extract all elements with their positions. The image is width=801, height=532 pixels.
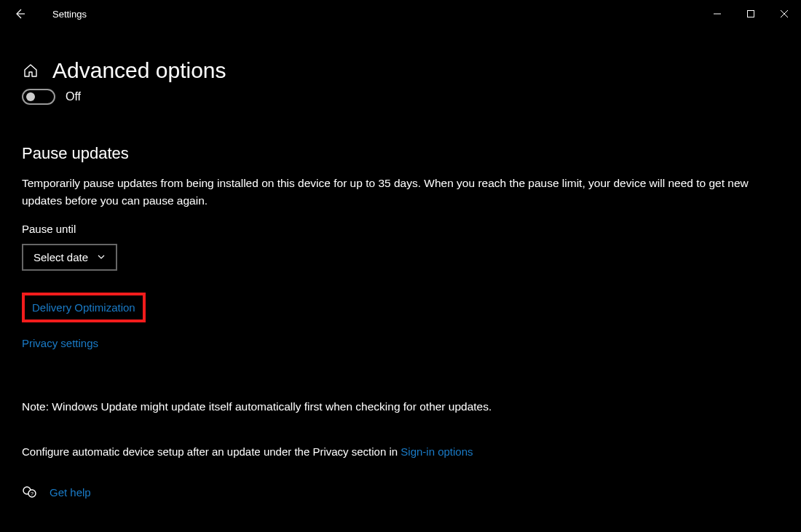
back-icon[interactable] <box>13 7 26 20</box>
svg-text:?: ? <box>31 491 33 496</box>
toggle-knob <box>26 92 35 101</box>
svg-rect-0 <box>748 11 754 17</box>
link-group: Delivery Optimization Privacy settings <box>22 293 779 349</box>
close-icon[interactable] <box>768 2 801 25</box>
maximize-icon[interactable] <box>734 2 768 25</box>
toggle-row: Off <box>22 89 779 105</box>
help-icon: ? <box>22 484 38 500</box>
pause-description: Temporarily pause updates from being ins… <box>22 175 772 210</box>
chevron-down-icon <box>97 251 106 263</box>
content: Advanced options Off Pause updates Tempo… <box>0 28 801 500</box>
note-line-2-prefix: Configure automatic device setup after a… <box>22 445 400 458</box>
help-row: ? Get help <box>22 484 779 500</box>
titlebar: Settings <box>0 0 801 28</box>
page-header: Advanced options <box>22 58 779 83</box>
toggle-switch[interactable] <box>22 89 55 105</box>
pause-heading: Pause updates <box>22 144 779 163</box>
get-help-link[interactable]: Get help <box>50 486 91 499</box>
minimize-icon[interactable] <box>701 2 734 25</box>
app-title: Settings <box>52 9 87 20</box>
note-line-1: Note: Windows Update might update itself… <box>22 400 779 413</box>
page-title: Advanced options <box>52 58 226 83</box>
toggle-label: Off <box>66 90 81 103</box>
sign-in-options-link[interactable]: Sign-in options <box>400 445 473 458</box>
notes: Note: Windows Update might update itself… <box>22 400 779 413</box>
note-line-2: Configure automatic device setup after a… <box>22 445 779 458</box>
select-date-dropdown[interactable]: Select date <box>22 244 117 271</box>
select-date-value: Select date <box>33 251 88 263</box>
home-icon[interactable] <box>22 62 39 79</box>
privacy-settings-link[interactable]: Privacy settings <box>22 337 98 349</box>
window-controls <box>701 2 801 25</box>
delivery-optimization-link[interactable]: Delivery Optimization <box>32 301 135 314</box>
highlight-box: Delivery Optimization <box>22 293 146 322</box>
pause-until-label: Pause until <box>22 223 779 235</box>
